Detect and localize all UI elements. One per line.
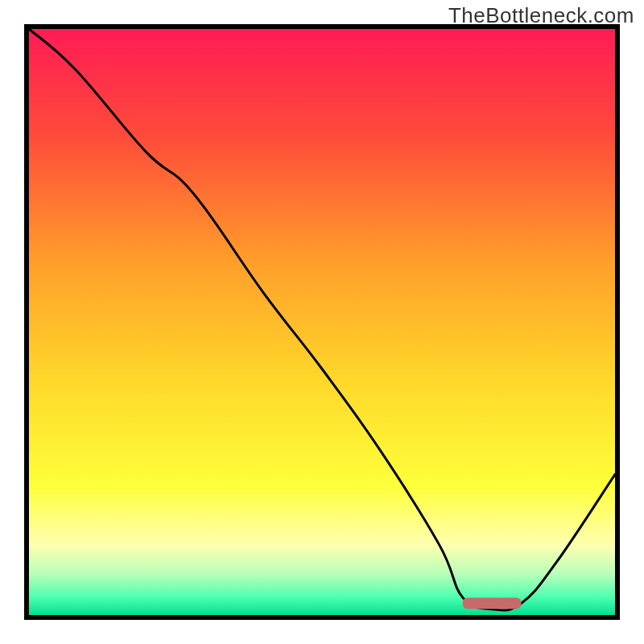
watermark-text: TheBottleneck.com [448,3,634,28]
chart-container: TheBottleneck.com [0,0,644,644]
bottleneck-curve [29,29,615,610]
plot-area [24,24,620,620]
optimal-marker [463,597,522,609]
chart-overlay [29,29,615,615]
